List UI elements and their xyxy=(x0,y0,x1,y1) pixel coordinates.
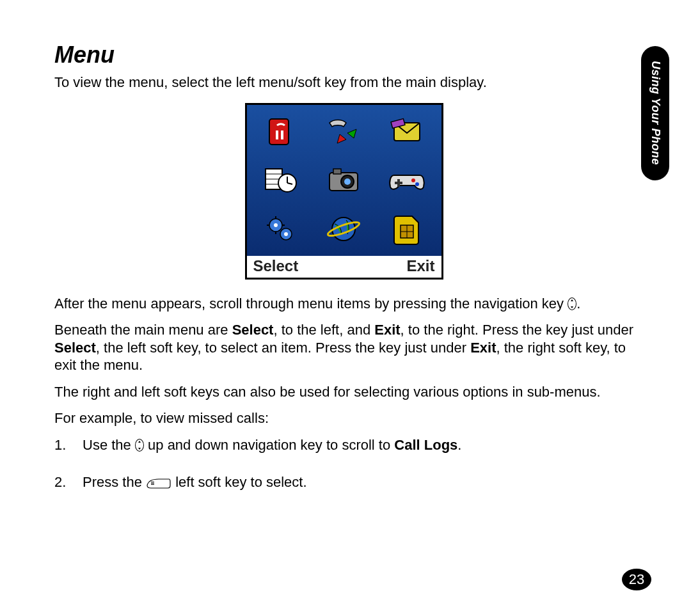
paragraph-example: For example, to view missed calls: xyxy=(54,409,633,427)
camera-icon xyxy=(314,157,374,203)
svg-point-23 xyxy=(284,232,288,236)
call-logs-icon xyxy=(314,109,374,155)
phonebook-icon xyxy=(251,109,312,155)
svg-rect-17 xyxy=(395,182,402,184)
nav-key-icon xyxy=(568,297,576,310)
nav-key-icon xyxy=(135,439,144,452)
step-2: Press the left soft key to select. xyxy=(54,473,633,494)
page-number: 23 xyxy=(622,569,651,590)
phone-menu-screenshot: Select Exit xyxy=(54,103,633,280)
svg-point-19 xyxy=(415,182,419,186)
svg-rect-1 xyxy=(276,130,278,139)
svg-rect-13 xyxy=(333,169,341,174)
svg-rect-35 xyxy=(151,484,154,485)
messages-icon xyxy=(377,109,438,155)
softkey-exit-label: Exit xyxy=(406,257,434,275)
svg-rect-2 xyxy=(281,130,283,139)
left-softkey-icon xyxy=(146,476,171,494)
intro-paragraph: To view the menu, select the left menu/s… xyxy=(54,74,633,91)
step-1: Use the up and down navigation key to sc… xyxy=(54,436,633,455)
paragraph-beneath: Beneath the main menu are Select, to the… xyxy=(54,321,633,374)
calendar-clock-icon xyxy=(251,157,312,203)
section-tab: Using Your Phone xyxy=(641,46,669,180)
svg-rect-34 xyxy=(151,483,154,484)
svg-point-22 xyxy=(274,223,278,227)
svg-point-18 xyxy=(411,178,415,182)
section-heading: Menu xyxy=(54,42,633,68)
games-icon xyxy=(377,157,438,203)
softkey-select-label: Select xyxy=(253,257,299,275)
svg-point-15 xyxy=(344,178,351,185)
sim-icon xyxy=(377,206,438,252)
browser-globe-icon xyxy=(314,206,374,252)
paragraph-submenus: The right and left soft keys can also be… xyxy=(54,383,633,401)
settings-gears-icon xyxy=(251,206,312,252)
svg-rect-33 xyxy=(151,482,154,482)
svg-rect-0 xyxy=(269,119,289,145)
paragraph-after-menu: After the menu appears, scroll through m… xyxy=(54,295,633,313)
